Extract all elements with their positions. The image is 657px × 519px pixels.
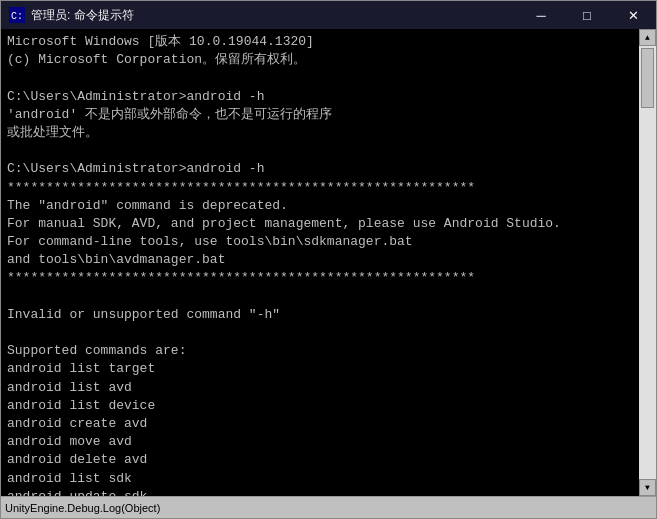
status-text: UnityEngine.Debug.Log(Object) <box>5 502 160 514</box>
scroll-down-button[interactable]: ▼ <box>639 479 656 496</box>
scroll-thumb[interactable] <box>641 48 654 108</box>
window-controls: ─ □ ✕ <box>518 1 656 29</box>
scroll-up-button[interactable]: ▲ <box>639 29 656 46</box>
status-bar: UnityEngine.Debug.Log(Object) <box>1 496 656 518</box>
terminal-output[interactable]: Microsoft Windows [版本 10.0.19044.1320] (… <box>1 29 639 496</box>
vertical-scrollbar[interactable]: ▲ ▼ <box>639 29 656 496</box>
titlebar: C: 管理员: 命令提示符 ─ □ ✕ <box>1 1 656 29</box>
content-area: Microsoft Windows [版本 10.0.19044.1320] (… <box>1 29 656 496</box>
cmd-window: C: 管理员: 命令提示符 ─ □ ✕ Microsoft Windows [版… <box>0 0 657 519</box>
svg-text:C:: C: <box>11 11 23 22</box>
cmd-icon: C: <box>9 7 25 23</box>
close-button[interactable]: ✕ <box>610 1 656 29</box>
minimize-button[interactable]: ─ <box>518 1 564 29</box>
scroll-track[interactable] <box>639 46 656 479</box>
maximize-button[interactable]: □ <box>564 1 610 29</box>
